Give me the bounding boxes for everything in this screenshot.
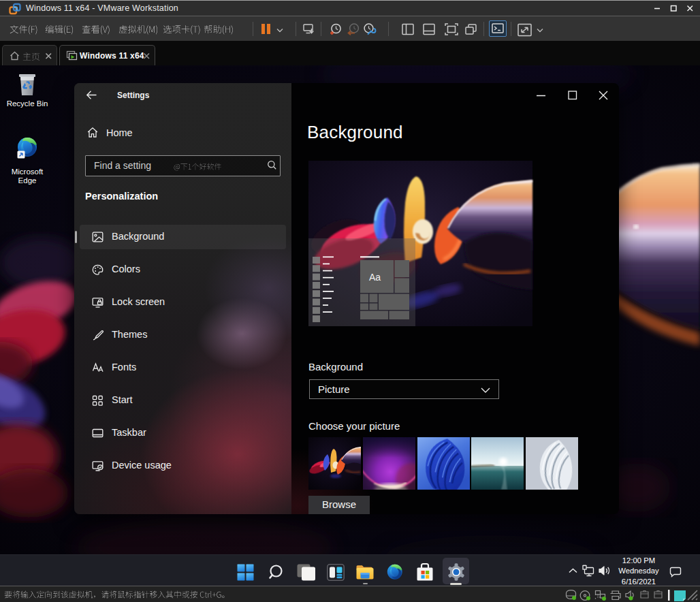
- svg-text:Aa: Aa: [369, 272, 381, 283]
